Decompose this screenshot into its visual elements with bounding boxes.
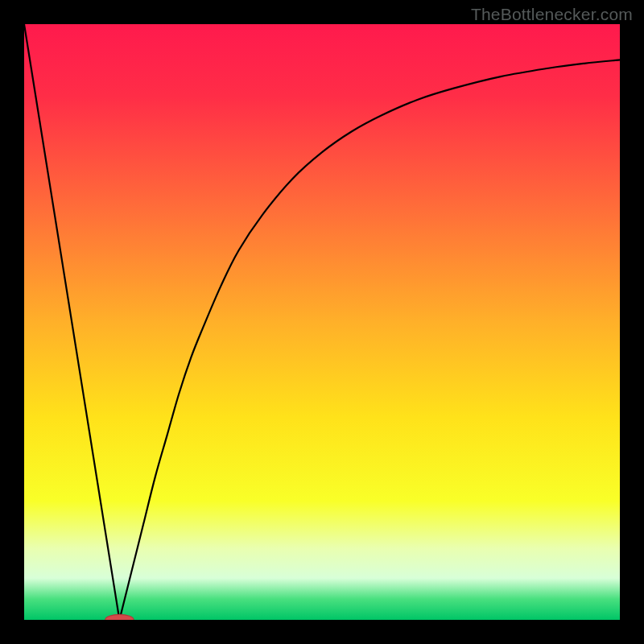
watermark-text: TheBottlenecker.com [471, 5, 633, 24]
bottleneck-chart [24, 24, 620, 620]
chart-frame: TheBottlenecker.com [0, 0, 644, 644]
gradient-background [24, 24, 620, 620]
